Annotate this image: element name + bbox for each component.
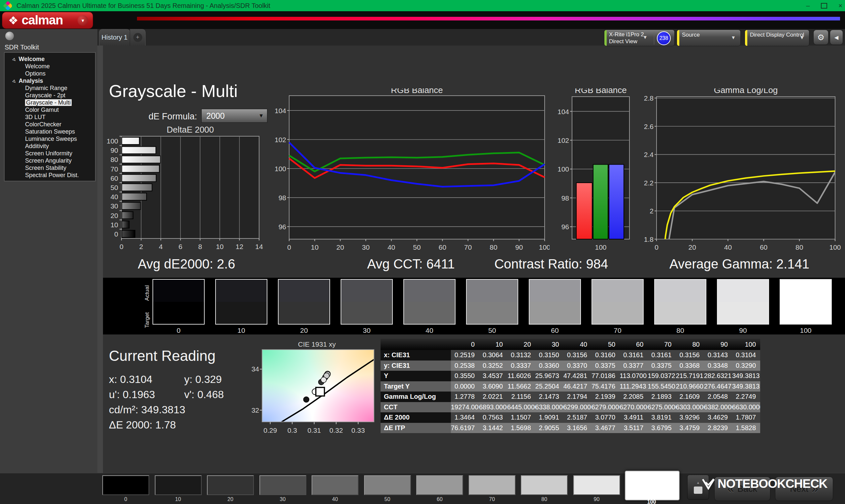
test-patch-30[interactable] bbox=[260, 475, 306, 495]
table-cell: 0.0000 bbox=[451, 381, 479, 392]
sidebar-item-dynamic-range[interactable]: Dynamic Range bbox=[5, 85, 95, 92]
meter-selector[interactable]: X-Rite i1Pro 2 Direct View ▼ 238 bbox=[604, 30, 675, 46]
svg-text:30: 30 bbox=[362, 244, 370, 251]
settings-gear-button[interactable]: ⚙ bbox=[813, 30, 828, 45]
menu-dropdown-icon[interactable]: ▼ bbox=[77, 15, 88, 26]
table-cell: 0.3290 bbox=[732, 361, 760, 371]
panel-collapse-button[interactable]: ◀ bbox=[830, 30, 843, 45]
table-cell: 3.9296 bbox=[676, 412, 704, 423]
sidebar-item-welcome[interactable]: Welcome bbox=[5, 63, 95, 70]
table-row-y-cie31: y: CIE310.25380.32520.33370.33600.33700.… bbox=[381, 361, 760, 371]
test-patch-0[interactable] bbox=[102, 475, 149, 495]
table-row-label: Y bbox=[381, 371, 451, 381]
add-tab-button[interactable]: + bbox=[130, 29, 145, 46]
table-cell: 6893.0000 bbox=[479, 402, 507, 413]
svg-text:2: 2 bbox=[650, 207, 654, 215]
source-selector[interactable]: Source ▼ bbox=[677, 30, 741, 46]
test-patch-20[interactable] bbox=[207, 475, 254, 495]
table-row-y: Y0.35503.453711.602625.967347.428177.018… bbox=[381, 371, 760, 381]
minimize-button[interactable]: – bbox=[806, 2, 810, 10]
swatch-target bbox=[404, 302, 455, 324]
sidebar-group-welcome[interactable]: ▷Welcome bbox=[5, 55, 95, 63]
table-cell: 0.3150 bbox=[535, 350, 563, 361]
svg-text:20: 20 bbox=[336, 244, 344, 251]
tree-item-label: Grayscale - 2pt bbox=[25, 92, 65, 98]
swatch-target bbox=[279, 302, 330, 324]
test-patch-40[interactable] bbox=[312, 475, 358, 495]
swatch-level-label: 10 bbox=[215, 326, 267, 335]
tree-item-label: 3D LUT bbox=[25, 114, 46, 120]
de-formula-dropdown[interactable]: 2000 ▼ bbox=[201, 109, 267, 123]
sidebar-pin-button[interactable] bbox=[5, 32, 14, 40]
test-patch-70[interactable] bbox=[469, 475, 515, 495]
test-patch-100-selected[interactable] bbox=[625, 471, 680, 500]
cie-1931-chart: CIE 1931 xy 0.290.30.310.320.330.320.34 bbox=[251, 340, 383, 439]
reading-x: x: 0.3104 bbox=[109, 373, 184, 385]
actual-row-label: Actual bbox=[144, 280, 152, 306]
display-control-label: Direct Display Control bbox=[750, 32, 804, 38]
table-row-cct: CCT19274.00006893.00006445.00006338.0000… bbox=[381, 402, 760, 413]
svg-text:10: 10 bbox=[110, 221, 118, 229]
swatch-target bbox=[655, 302, 706, 324]
sidebar-item-saturation-sweeps[interactable]: Saturation Sweeps bbox=[5, 128, 95, 135]
tab-label: History 1 bbox=[102, 34, 128, 41]
swatch-target bbox=[780, 302, 831, 324]
svg-text:60: 60 bbox=[760, 244, 768, 251]
table-cell: 3.4629 bbox=[704, 412, 732, 423]
sidebar-item-luminance-sweeps[interactable]: Luminance Sweeps bbox=[5, 135, 95, 143]
table-cell: 276.4647 bbox=[704, 381, 732, 392]
grayscale-swatch-20 bbox=[278, 279, 330, 325]
svg-text:0.32: 0.32 bbox=[251, 407, 259, 414]
tab-history-1[interactable]: History 1 bbox=[99, 29, 130, 46]
title-bar: Calman 2025 Calman Ultimate for Business… bbox=[0, 0, 845, 11]
grayscale-swatch-100 bbox=[780, 279, 832, 325]
test-patch-label: 90 bbox=[573, 497, 620, 502]
close-button[interactable]: × bbox=[839, 2, 842, 10]
table-cell: 11.6026 bbox=[507, 371, 535, 381]
swatch-target bbox=[153, 302, 204, 324]
grayscale-swatch-10 bbox=[215, 279, 267, 325]
maximize-button[interactable] bbox=[821, 3, 827, 8]
svg-text:14: 14 bbox=[255, 243, 263, 250]
sidebar-item-grayscale-2pt[interactable]: Grayscale - 2pt bbox=[5, 92, 95, 99]
sidebar-item-color-gamut[interactable]: Color Gamut bbox=[5, 106, 95, 113]
svg-text:100: 100 bbox=[539, 244, 550, 251]
tree-item-label: Grayscale - Multi bbox=[25, 99, 72, 106]
sidebar-item-grayscale-multi[interactable]: Grayscale - Multi bbox=[5, 99, 95, 106]
table-column-header: 10 bbox=[479, 339, 507, 350]
measurement-table: 0102030405060708090100x: CIE310.25190.30… bbox=[381, 339, 760, 433]
table-cell: 2.8239 bbox=[704, 423, 732, 433]
sidebar-item-screen-stability[interactable]: Screen Stability bbox=[5, 164, 95, 172]
sidebar-item-screen-uniformity[interactable]: Screen Uniformity bbox=[5, 150, 95, 157]
table-cell: 2.1609 bbox=[676, 392, 704, 402]
display-control-selector[interactable]: Direct Display Control ▼ bbox=[745, 30, 809, 46]
table-cell: 155.5450 bbox=[648, 381, 676, 392]
test-patch-50[interactable] bbox=[364, 475, 411, 495]
swatch-actual bbox=[718, 280, 769, 302]
chevron-down-icon: ▼ bbox=[642, 34, 648, 40]
svg-text:70: 70 bbox=[110, 165, 118, 173]
table-cell: 6338.0000 bbox=[535, 402, 563, 413]
sidebar-item-screen-angularity[interactable]: Screen Angularity bbox=[5, 157, 95, 164]
sidebar-item-3d-lut[interactable]: 3D LUT bbox=[5, 113, 95, 121]
source-label: Source bbox=[682, 32, 700, 38]
table-cell: 0.3064 bbox=[479, 350, 507, 361]
table-cell: 282.6321 bbox=[704, 371, 732, 381]
test-patch-label: 80 bbox=[521, 497, 568, 502]
sidebar-item-options[interactable]: Options bbox=[5, 70, 95, 77]
sidebar-item-colorchecker[interactable]: ColorChecker bbox=[5, 121, 95, 128]
svg-text:40: 40 bbox=[724, 244, 732, 251]
sidebar-group-analysis[interactable]: ▷Analysis bbox=[5, 77, 95, 85]
test-patch-90[interactable] bbox=[573, 475, 620, 495]
test-patch-10[interactable] bbox=[155, 475, 202, 495]
calman-menu-button[interactable]: ❖ calman ▼ bbox=[2, 12, 93, 29]
sidebar-item-spectral-power-dist[interactable]: Spectral Power Dist. bbox=[5, 172, 95, 179]
table-cell: 1.7807 bbox=[732, 412, 760, 423]
table-row-label: Gamma Log/Log bbox=[381, 392, 451, 402]
test-patch-80[interactable] bbox=[521, 475, 568, 495]
plus-icon: + bbox=[133, 33, 142, 42]
table-cell: 0.3337 bbox=[507, 361, 535, 371]
swatch-actual bbox=[529, 280, 580, 302]
test-patch-60[interactable] bbox=[416, 475, 463, 495]
sidebar-item-additivity[interactable]: Additivity bbox=[5, 143, 95, 150]
